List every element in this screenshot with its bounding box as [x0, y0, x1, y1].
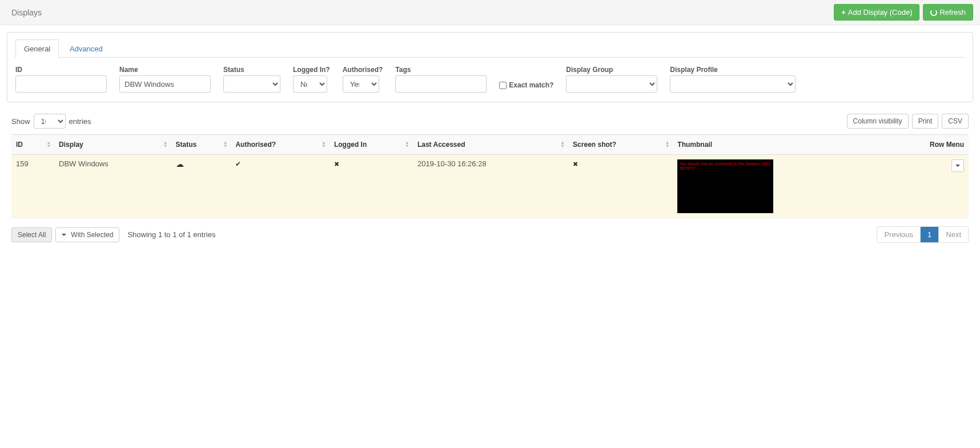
cell-status	[171, 155, 231, 218]
thumbnail-text: You should now be connected to the Dynam…	[680, 162, 770, 171]
top-bar: Displays Add Display (Code) Refresh	[0, 0, 980, 25]
plus-icon	[841, 8, 846, 17]
add-display-label: Add Display (Code)	[848, 8, 913, 17]
authorised-select[interactable]: Yes	[343, 75, 379, 93]
filters-row: ID Name Status Logged In? No Authorised?…	[15, 66, 965, 93]
filter-tabs: General Advanced	[15, 39, 965, 58]
display-group-select[interactable]	[566, 75, 657, 93]
cell-screenshot	[568, 155, 673, 218]
displays-table: ID▲▼ Display▲▼ Status▲▼ Authorised?▲▼ Lo…	[11, 134, 969, 218]
id-input[interactable]	[15, 75, 107, 93]
print-button[interactable]: Print	[912, 114, 939, 129]
filter-display-profile: Display Profile	[670, 66, 796, 93]
x-icon	[573, 159, 578, 168]
sort-icon: ▲▼	[223, 141, 227, 147]
filter-display-group: Display Group	[566, 66, 657, 93]
select-all-button[interactable]: Select All	[11, 227, 52, 242]
thumbnail-image[interactable]: You should now be connected to the Dynam…	[677, 159, 773, 213]
id-label: ID	[15, 66, 107, 74]
cell-lastaccessed: 2019-10-30 16:26:28	[413, 155, 568, 218]
status-label: Status	[223, 66, 280, 74]
col-loggedin[interactable]: Logged In▲▼	[330, 135, 413, 155]
filter-status: Status	[223, 66, 280, 93]
footer-left: Select All With Selected Showing 1 to 1 …	[11, 227, 215, 242]
table-header-row: ID▲▼ Display▲▼ Status▲▼ Authorised?▲▼ Lo…	[11, 135, 969, 155]
sort-icon: ▲▼	[560, 141, 565, 147]
filter-name: Name	[119, 66, 211, 93]
entries-select[interactable]: 10	[34, 114, 66, 129]
show-label: Show	[11, 117, 30, 126]
with-selected-button[interactable]: With Selected	[55, 227, 119, 242]
col-id[interactable]: ID▲▼	[11, 135, 54, 155]
col-screenshot[interactable]: Screen shot?▲▼	[568, 135, 673, 155]
display-profile-label: Display Profile	[670, 66, 796, 74]
exact-match-checkbox[interactable]	[499, 82, 507, 89]
row-menu-button[interactable]	[951, 159, 964, 172]
display-group-label: Display Group	[566, 66, 657, 74]
sort-icon: ▲▼	[163, 141, 168, 147]
filter-panel: General Advanced ID Name Status Logged I…	[7, 32, 973, 102]
refresh-button[interactable]: Refresh	[923, 4, 973, 21]
filter-id: ID	[15, 66, 107, 93]
refresh-label: Refresh	[939, 8, 966, 17]
add-display-button[interactable]: Add Display (Code)	[834, 4, 919, 21]
entries-label: entries	[69, 117, 91, 126]
csv-button[interactable]: CSV	[942, 114, 969, 129]
cell-display: DBW Windows	[54, 155, 171, 218]
col-rowmenu: Row Menu	[882, 135, 969, 155]
col-status[interactable]: Status▲▼	[171, 135, 231, 155]
page-1[interactable]: 1	[921, 227, 939, 242]
table-controls: Show 10 entries Column visibility Print …	[11, 114, 969, 129]
name-label: Name	[119, 66, 211, 74]
header-actions: Add Display (Code) Refresh	[834, 4, 973, 21]
tags-input[interactable]	[395, 75, 487, 93]
cell-rowmenu	[882, 155, 969, 218]
col-thumbnail: Thumbnail	[673, 135, 882, 155]
filter-tags: Tags	[395, 66, 487, 93]
page-prev[interactable]: Previous	[877, 227, 921, 242]
cell-id: 159	[11, 155, 54, 218]
table-area: Show 10 entries Column visibility Print …	[7, 114, 973, 254]
table-buttons: Column visibility Print CSV	[847, 114, 969, 129]
x-icon	[334, 159, 339, 168]
caret-down-icon	[955, 165, 960, 167]
cell-authorised	[231, 155, 330, 218]
pagination: Previous 1 Next	[877, 226, 969, 243]
filter-authorised: Authorised? Yes	[343, 66, 383, 93]
show-entries: Show 10 entries	[11, 114, 91, 129]
page-next[interactable]: Next	[939, 227, 968, 242]
content-container: General Advanced ID Name Status Logged I…	[0, 25, 980, 261]
name-input[interactable]	[119, 75, 211, 93]
exact-match-label: Exact match?	[509, 81, 553, 89]
loggedin-select[interactable]: No	[293, 75, 327, 93]
refresh-icon	[930, 9, 937, 16]
check-icon	[235, 159, 241, 168]
display-profile-select[interactable]	[670, 75, 796, 93]
col-authorised[interactable]: Authorised?▲▼	[231, 135, 330, 155]
tags-label: Tags	[395, 66, 487, 74]
filter-loggedin: Logged In? No	[293, 66, 330, 93]
table-footer: Select All With Selected Showing 1 to 1 …	[11, 226, 969, 243]
cell-loggedin	[330, 155, 413, 218]
loggedin-label: Logged In?	[293, 66, 330, 74]
col-display[interactable]: Display▲▼	[54, 135, 171, 155]
sort-icon: ▲▼	[665, 141, 669, 147]
authorised-label: Authorised?	[343, 66, 383, 74]
caret-down-icon	[62, 234, 66, 236]
tab-general[interactable]: General	[15, 39, 59, 58]
cell-thumbnail: You should now be connected to the Dynam…	[673, 155, 882, 218]
sort-icon: ▲▼	[46, 141, 51, 147]
colvis-button[interactable]: Column visibility	[847, 114, 909, 129]
sort-icon: ▲▼	[322, 141, 326, 147]
sort-icon: ▲▼	[405, 141, 409, 147]
tab-advanced[interactable]: Advanced	[61, 39, 111, 58]
status-select[interactable]	[223, 75, 280, 93]
filter-exact-match: Exact match?	[499, 81, 553, 93]
table-row[interactable]: 159 DBW Windows 2019-10-30 16:26:28 You …	[11, 155, 969, 218]
page-title: Displays	[7, 8, 42, 17]
cloud-icon	[176, 160, 184, 169]
entries-info: Showing 1 to 1 of 1 entries	[127, 230, 215, 239]
col-lastaccessed[interactable]: Last Accessed▲▼	[413, 135, 568, 155]
